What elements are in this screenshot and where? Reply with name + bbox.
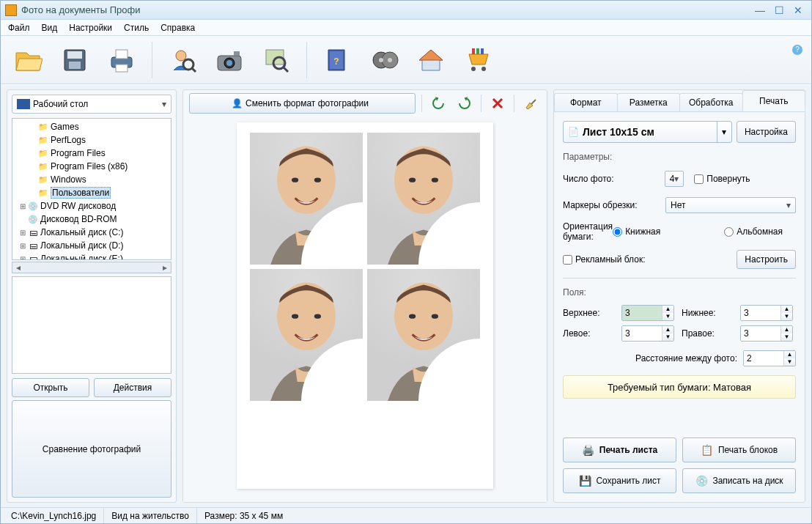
tree-item[interactable]: ⊞Локальный диск (D:) bbox=[12, 239, 171, 252]
tree-item[interactable]: Windows bbox=[12, 173, 171, 186]
tab-format[interactable]: Формат bbox=[554, 93, 618, 111]
tree-item[interactable]: Дисковод BD-ROM bbox=[12, 213, 171, 226]
svg-text:?: ? bbox=[333, 56, 339, 67]
burn-disc-button[interactable]: 💿Записать на диск bbox=[682, 468, 796, 493]
change-format-label: Сменить формат фотографии bbox=[246, 98, 369, 108]
scroll-left-icon[interactable]: ◂ bbox=[12, 262, 24, 273]
save-button[interactable] bbox=[55, 40, 95, 80]
svg-point-32 bbox=[409, 178, 416, 182]
tree-item[interactable]: Program Files bbox=[12, 147, 171, 160]
minimize-button[interactable]: — bbox=[751, 4, 769, 17]
orientation-landscape-radio[interactable]: Альбомная bbox=[724, 226, 812, 237]
center-panel: 👤 Сменить формат фотографии bbox=[182, 89, 547, 503]
photo-2[interactable] bbox=[367, 133, 480, 265]
video-button[interactable] bbox=[364, 40, 404, 80]
menu-view[interactable]: Вид bbox=[36, 21, 64, 35]
folder-icon bbox=[37, 161, 49, 171]
print-button[interactable] bbox=[102, 40, 141, 80]
folder-icon bbox=[37, 174, 49, 185]
tree-item[interactable]: ⊞Локальный диск (C:) bbox=[12, 226, 171, 239]
delete-button[interactable] bbox=[487, 93, 508, 114]
print-blocks-button[interactable]: 📋Печать блоков bbox=[682, 438, 796, 462]
margin-top-input[interactable]: ▲▼ bbox=[621, 305, 674, 321]
photo-4[interactable] bbox=[367, 269, 480, 401]
num-photos-select[interactable]: 4▾ bbox=[665, 171, 684, 187]
spacing-input[interactable]: ▲▼ bbox=[743, 350, 796, 366]
margin-left-input[interactable]: ▲▼ bbox=[621, 325, 674, 342]
tree-item[interactable]: Program Files (x86) bbox=[12, 160, 171, 173]
tree-item[interactable]: ⊞Локальный диск (E:) bbox=[12, 252, 171, 260]
crop-markers-select[interactable]: Нет▾ bbox=[665, 197, 796, 213]
sheet-settings-button[interactable]: Настройка bbox=[737, 121, 796, 143]
save-sheet-button[interactable]: 💾Сохранить лист bbox=[563, 468, 676, 493]
num-photos-label: Число фото: bbox=[563, 174, 665, 184]
tab-layout[interactable]: Разметка bbox=[617, 93, 681, 111]
orientation-portrait-radio[interactable]: Книжная bbox=[613, 226, 715, 237]
chevron-down-icon: ▾ bbox=[717, 122, 731, 142]
actions-button[interactable]: Действия bbox=[94, 378, 171, 397]
user-icon: 👤 bbox=[232, 98, 243, 108]
folder-tree[interactable]: Games PerfLogs Program Files Program Fil… bbox=[12, 118, 171, 260]
margin-right-input[interactable]: ▲▼ bbox=[740, 325, 793, 342]
cart-button[interactable] bbox=[458, 40, 498, 80]
sheet-select-label: Лист 10x15 см bbox=[583, 126, 717, 138]
open-file-button[interactable] bbox=[8, 40, 48, 80]
maximize-button[interactable]: ☐ bbox=[770, 4, 788, 17]
paper-type-banner: Требуемый тип бумаги: Матовая bbox=[563, 375, 796, 399]
svg-point-29 bbox=[292, 178, 298, 182]
svg-point-36 bbox=[314, 314, 321, 319]
menu-help[interactable]: Справка bbox=[155, 21, 201, 35]
desktop-icon bbox=[17, 99, 30, 109]
sheet-select[interactable]: 📄 Лист 10x15 см ▾ bbox=[563, 121, 732, 143]
photo-1[interactable] bbox=[250, 133, 363, 265]
menu-settings[interactable]: Настройки bbox=[63, 21, 118, 35]
blocks-icon: 📋 bbox=[701, 443, 714, 457]
photo-3[interactable] bbox=[250, 269, 363, 401]
user-search-button[interactable] bbox=[163, 40, 202, 80]
svg-point-23 bbox=[481, 67, 486, 71]
margin-bottom-label: Нижнее: bbox=[682, 308, 733, 318]
tree-item[interactable]: Games bbox=[12, 120, 171, 133]
zoom-button[interactable] bbox=[256, 40, 296, 80]
status-doc-type: Вид на жительство bbox=[104, 508, 197, 523]
menu-style[interactable]: Стиль bbox=[118, 21, 155, 35]
folder-combo-label: Рабочий стол bbox=[33, 99, 162, 109]
chevron-down-icon: ▾ bbox=[162, 99, 166, 109]
svg-rect-12 bbox=[234, 51, 240, 56]
margin-top-label: Верхнее: bbox=[563, 308, 614, 318]
scroll-right-icon[interactable]: ▸ bbox=[159, 262, 171, 273]
brush-button[interactable] bbox=[520, 93, 541, 114]
close-button[interactable]: ✕ bbox=[789, 4, 807, 17]
crop-markers-label: Маркеры обрезки: bbox=[563, 200, 665, 210]
tab-processing[interactable]: Обработка bbox=[679, 93, 743, 111]
svg-rect-24 bbox=[472, 48, 475, 54]
change-format-button[interactable]: 👤 Сменить формат фотографии bbox=[189, 93, 416, 114]
open-button[interactable]: Открыть bbox=[12, 378, 89, 397]
disc-icon: 💿 bbox=[695, 474, 708, 487]
svg-point-38 bbox=[409, 314, 416, 319]
compare-button[interactable]: Сравнение фотографий bbox=[12, 400, 171, 498]
ad-block-checkbox[interactable]: Рекламный блок: bbox=[563, 254, 645, 265]
configure-ad-button[interactable]: Настроить bbox=[737, 250, 796, 269]
help-icon[interactable]: ? bbox=[792, 45, 802, 55]
margin-bottom-input[interactable]: ▲▼ bbox=[740, 305, 793, 321]
home-button[interactable] bbox=[411, 40, 451, 80]
help-book-button[interactable]: ? bbox=[317, 40, 357, 80]
rotate-left-button[interactable] bbox=[428, 93, 449, 114]
tab-print[interactable]: Печать bbox=[742, 90, 806, 111]
rotate-checkbox[interactable]: Повернуть bbox=[694, 174, 796, 184]
tree-hscrollbar[interactable]: ◂ ▸ bbox=[12, 262, 171, 273]
thumbnail-preview bbox=[12, 276, 171, 374]
svg-rect-5 bbox=[116, 64, 128, 72]
camera-button[interactable] bbox=[210, 40, 249, 80]
tree-item[interactable]: ⊞DVD RW дисковод bbox=[12, 199, 171, 213]
rotate-right-button[interactable] bbox=[454, 93, 475, 114]
menu-bar: Файл Вид Настройки Стиль Справка bbox=[1, 20, 811, 36]
print-sheet-button[interactable]: 🖨️Печать листа bbox=[563, 438, 676, 462]
menu-file[interactable]: Файл bbox=[2, 21, 36, 35]
tree-item[interactable]: PerfLogs bbox=[12, 133, 171, 147]
folder-combo[interactable]: Рабочий стол ▾ bbox=[12, 95, 171, 114]
svg-point-6 bbox=[176, 51, 186, 61]
svg-rect-4 bbox=[116, 50, 128, 59]
tree-item-selected[interactable]: Пользователи bbox=[12, 186, 171, 199]
